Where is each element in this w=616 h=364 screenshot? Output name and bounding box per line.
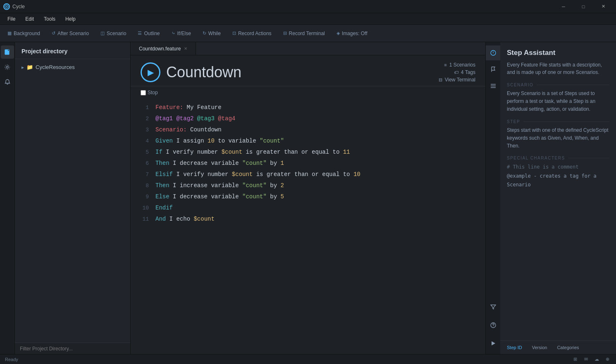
menu-tools[interactable]: Tools: [40, 15, 60, 23]
maximize-button[interactable]: □: [574, 0, 593, 13]
code-line-2: 2 @tag1 @tag2 @tag3 @tag4: [131, 113, 485, 124]
status-bar: Ready ⊞ ✉ ☁ ⊕: [0, 354, 616, 364]
chevron-right-icon: ▸: [21, 64, 24, 70]
line-num-9: 9: [137, 192, 149, 202]
code-line-11: 11 And I echo $count: [131, 214, 485, 225]
num-2: 2: [280, 182, 284, 189]
tab-ifelse-label: If/Else: [177, 31, 191, 36]
app-icon: [3, 3, 10, 10]
status-plus-icon[interactable]: ⊕: [604, 356, 611, 363]
code-content-9: Else I decrease variable "count" by 5: [155, 191, 479, 202]
step-assistant-title: Step Assistant: [507, 49, 609, 57]
line-num-6: 6: [137, 158, 149, 169]
code-content-5: If I verify number $count is greater tha…: [155, 147, 479, 157]
str-count-4: "count": [242, 193, 267, 200]
var-count-1: $count: [222, 149, 242, 155]
tab-scenario[interactable]: ◫ Scenario: [95, 28, 132, 39]
right-panel: Step Assistant Every Feature File starts…: [500, 42, 616, 354]
rp-tab-categories[interactable]: Categories: [553, 343, 583, 352]
tab-record-actions[interactable]: ⊡ Record Actions: [227, 28, 277, 39]
editor-header: ▶ Countdown ≡ 1 Scenarios 🏷 4 Tags ⊟: [131, 55, 485, 86]
code-line-1: 1 Feature: My Feature: [131, 102, 485, 113]
play-icon-btn[interactable]: [486, 336, 501, 351]
status-cloud-icon[interactable]: ☁: [593, 356, 600, 363]
editor-header-left: ▶ Countdown: [141, 62, 241, 82]
num-5: 5: [280, 193, 284, 200]
sidebar-notifications-button[interactable]: [1, 75, 14, 88]
sa-section-special: SPECIAL CHARACTERS # This line is a comm…: [507, 156, 609, 190]
tab-background-label: Background: [14, 31, 40, 36]
code-editor[interactable]: 1 Feature: My Feature 2 @tag1 @tag2 @tag…: [131, 99, 485, 354]
tab-after-scenario[interactable]: ↺ After Scenario: [46, 28, 95, 39]
tab-while[interactable]: ↻ While: [197, 28, 227, 39]
rp-tab-step-id[interactable]: Step ID: [503, 343, 526, 352]
tags-count: 4 Tags: [461, 69, 475, 75]
tab-record-terminal-label: Record Terminal: [289, 31, 325, 36]
svg-marker-6: [492, 341, 495, 345]
terminal-icon: ⊟: [439, 77, 442, 83]
keyword-else: Else: [155, 193, 170, 200]
line-num-5: 5: [137, 147, 149, 158]
menu-edit[interactable]: Edit: [21, 15, 38, 23]
sidebar-files-button[interactable]: [1, 45, 14, 59]
keyword-then-2: Then: [155, 182, 170, 189]
main-content: Project directory ▸ 📁 CycleResources Cou…: [0, 42, 616, 354]
str-count-2: "count": [242, 160, 267, 167]
close-button[interactable]: ✕: [594, 0, 613, 13]
tab-after-scenario-label: After Scenario: [57, 31, 89, 36]
editor-meta: ≡ 1 Scenarios 🏷 4 Tags ⊟ View Terminal: [439, 62, 475, 83]
view-terminal-meta[interactable]: ⊟ View Terminal: [439, 77, 475, 83]
project-filter-input[interactable]: [20, 346, 125, 352]
editor-tab-countdown[interactable]: Countdown.feature ✕: [131, 42, 196, 55]
keyword-then-1: Then: [155, 160, 170, 167]
while-tab-icon: ↻: [203, 31, 206, 36]
minimize-button[interactable]: ─: [554, 0, 573, 13]
filter-icon-btn[interactable]: [486, 300, 501, 314]
step-assistant-panel: Step Assistant Every Feature File starts…: [500, 42, 616, 340]
step-assistant-icon-btn[interactable]: [486, 45, 501, 60]
flag-icon-btn[interactable]: [486, 62, 501, 77]
code-content-11: And I echo $count: [155, 214, 479, 224]
menu-file[interactable]: File: [3, 15, 19, 23]
tags-icon: 🏷: [454, 70, 458, 75]
tab-outline[interactable]: ☰ Outline: [132, 28, 165, 39]
tab-record-terminal[interactable]: ⊟ Record Terminal: [277, 28, 331, 39]
sidebar-settings-button[interactable]: [1, 60, 14, 74]
sa-section-scenario-title: SCENARIO: [507, 83, 609, 87]
status-ready: Ready: [5, 357, 18, 362]
num-1: 1: [280, 160, 284, 167]
stop-checkbox[interactable]: [141, 90, 146, 95]
line-num-1: 1: [137, 102, 149, 113]
code-content-2: @tag1 @tag2 @tag3 @tag4: [155, 113, 479, 124]
line-num-2: 2: [137, 114, 149, 124]
editor-tab-bar: Countdown.feature ✕: [131, 42, 485, 55]
tree-item-cycle-resources[interactable]: ▸ 📁 CycleResources: [15, 62, 130, 72]
scenarios-count: 1 Scenarios: [449, 62, 475, 68]
code-line-10: 10 Endif: [131, 202, 485, 214]
num-10b: 10: [353, 171, 361, 178]
code-line-6: 6 Then I decrease variable "count" by 1: [131, 158, 485, 169]
num-11: 11: [343, 149, 350, 155]
status-grid-icon[interactable]: ⊞: [571, 356, 579, 363]
after-scenario-tab-icon: ↺: [52, 31, 55, 36]
run-icon: ▶: [148, 67, 154, 77]
status-mail-icon[interactable]: ✉: [582, 356, 590, 363]
menu-help[interactable]: Help: [61, 15, 80, 23]
list-icon-btn[interactable]: [486, 79, 501, 93]
record-actions-tab-icon: ⊡: [232, 31, 236, 36]
sa-section-step: STEP Steps start with one of the defined…: [507, 119, 609, 150]
tab-images-label: Images: Off: [342, 31, 368, 36]
tab-ifelse[interactable]: ⤷ If/Else: [166, 28, 197, 39]
close-tab-icon[interactable]: ✕: [184, 46, 187, 51]
tab-images[interactable]: ◈ Images: Off: [331, 28, 373, 39]
tab-background[interactable]: ▦ Background: [2, 28, 46, 39]
keyword-elsif: Elsif: [155, 171, 173, 178]
run-button[interactable]: ▶: [141, 62, 160, 82]
rp-tab-version[interactable]: Version: [528, 343, 552, 352]
code-content-8: Then I increase variable "count" by 2: [155, 180, 479, 191]
help-icon-btn[interactable]: [486, 318, 501, 333]
background-tab-icon: ▦: [7, 31, 12, 36]
images-tab-icon: ◈: [337, 31, 340, 36]
editor-right: Countdown.feature ✕ ▶ Countdown ≡ 1 Scen…: [131, 42, 616, 354]
code-content-6: Then I decrease variable "count" by 1: [155, 158, 479, 169]
